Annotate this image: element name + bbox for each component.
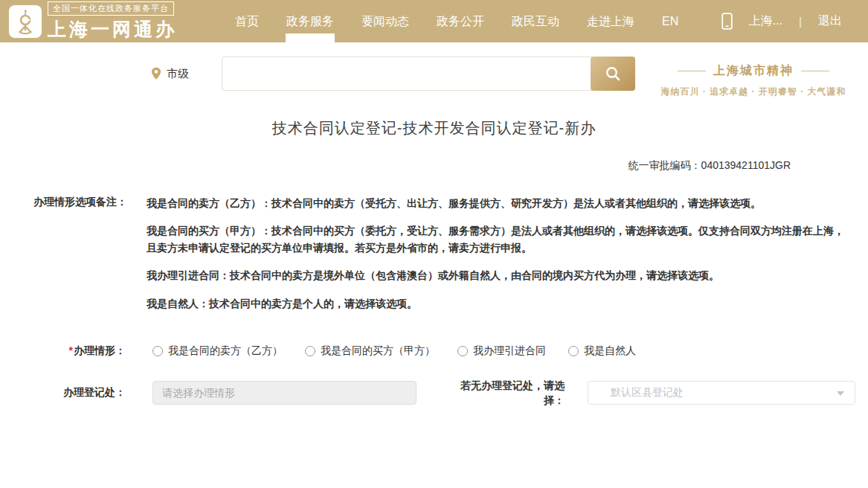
nav-item-label: 政务公开 xyxy=(437,15,484,28)
page-title: 技术合同认定登记-技术开发合同认定登记-新办 xyxy=(0,118,868,138)
nav-item[interactable]: 首页 xyxy=(235,0,259,42)
nav-item-label: 走进上海 xyxy=(587,15,634,28)
nav-item-label: 政务服务 xyxy=(286,15,334,28)
city-spirit: 上海城市精神 海纳百川 · 追求卓越 · 开明睿智 · 大气谦和 xyxy=(652,63,855,98)
note-paragraph: 我是合同的卖方（乙方）：技术合同中的卖方（受托方、出让方、服务提供方、研究开发方… xyxy=(147,195,853,211)
situation-row: *办理情形： 我是合同的卖方（乙方） 我是合同的买方（甲方） 我办理引进合同 我… xyxy=(0,344,868,358)
fallback-dropdown[interactable]: 默认区县登记处 xyxy=(588,381,855,405)
search-icon xyxy=(605,65,621,82)
chevron-down-icon xyxy=(837,391,844,396)
approval-code-line: 统一审批编码：040139421101JGR xyxy=(0,159,868,173)
location-pin-icon xyxy=(151,67,161,80)
nav-item[interactable]: EN xyxy=(662,0,678,42)
approval-code-value: 040139421101JGR xyxy=(701,159,791,171)
logout-link[interactable]: 退出 xyxy=(818,13,842,29)
radio-button-icon[interactable] xyxy=(305,346,315,356)
header: 全国一体化在线政务服务平台 上海一网通办 首页 政务服务 要闻动态 政务公开 政… xyxy=(0,0,868,42)
nav-item[interactable]: 政务公开 xyxy=(437,0,484,42)
logo-brand: 上海一网通办 xyxy=(48,17,177,42)
site-logo[interactable]: 全国一体化在线政务服务平台 上海一网通办 xyxy=(9,1,177,42)
nav-item[interactable]: 走进上海 xyxy=(587,0,634,42)
approval-code-label: 统一审批编码： xyxy=(629,159,701,171)
fallback-label: 若无办理登记处，请选择： xyxy=(456,378,565,408)
logo-icon xyxy=(9,5,42,38)
search-input[interactable] xyxy=(222,57,592,91)
mobile-phone-icon[interactable] xyxy=(721,13,733,30)
nav-item[interactable]: 政民互动 xyxy=(512,0,559,42)
radio-option[interactable]: 我是合同的卖方（乙方） xyxy=(152,344,283,358)
nav-item[interactable]: 政务服务 xyxy=(286,0,334,42)
situation-label: *办理情形： xyxy=(33,344,152,358)
radio-option[interactable]: 我是合同的买方（甲方） xyxy=(305,344,435,358)
registry-label: 办理登记处： xyxy=(33,386,152,399)
note-paragraph: 我办理引进合同：技术合同中的卖方是境外单位（包含港澳台）或外籍自然人，由合同的境… xyxy=(147,267,853,283)
radio-button-icon[interactable] xyxy=(457,346,468,356)
radio-button-icon[interactable] xyxy=(152,346,163,356)
note-paragraph: 我是自然人：技术合同中的卖方是个人的，请选择该选项。 xyxy=(147,295,853,312)
search-section: 市级 上海城市精神 海纳百川 · 追求卓越 · 开明睿智 · 大气谦和 xyxy=(0,56,868,92)
logo-badge: 全国一体化在线政务服务平台 xyxy=(48,1,174,16)
registry-row: 办理登记处： 若无办理登记处，请选择： 默认区县登记处 xyxy=(0,378,868,408)
scope-selector[interactable]: 市级 xyxy=(151,67,189,81)
radio-option-label: 我办理引进合同 xyxy=(473,344,546,358)
nav-item-label: EN xyxy=(662,15,678,28)
city-spirit-title: 上海城市精神 xyxy=(652,63,855,79)
nav-item-label: 要闻动态 xyxy=(361,15,409,28)
header-separator: | xyxy=(799,15,802,28)
logo-text: 全国一体化在线政务服务平台 上海一网通办 xyxy=(48,1,177,42)
radio-option-label: 我是合同的卖方（乙方） xyxy=(168,344,283,358)
note-paragraph: 我是合同的买方（甲方）：技术合同中的买方（委托方，受让方、服务需求方）是法人或者… xyxy=(147,222,853,256)
nav-item[interactable]: 要闻动态 xyxy=(361,0,409,42)
radio-option-label: 我是自然人 xyxy=(584,344,636,358)
city-spirit-subtitle: 海纳百川 · 追求卓越 · 开明睿智 · 大气谦和 xyxy=(652,86,855,98)
scope-label: 市级 xyxy=(167,67,189,81)
radio-option[interactable]: 我是自然人 xyxy=(568,344,636,358)
radio-button-icon[interactable] xyxy=(568,346,579,356)
search-box xyxy=(222,57,635,91)
user-name[interactable]: 上海... xyxy=(749,13,782,29)
situation-radio-group: 我是合同的卖方（乙方） 我是合同的买方（甲方） 我办理引进合同 我是自然人 xyxy=(152,344,636,358)
radio-option-label: 我是合同的买方（甲方） xyxy=(321,344,435,358)
main-nav: 首页 政务服务 要闻动态 政务公开 政民互动 走进上海 EN xyxy=(235,0,678,42)
header-right: 上海... | 退出 xyxy=(721,13,842,30)
notes-body: 我是合同的卖方（乙方）：技术合同中的卖方（受托方、出让方、服务提供方、研究开发方… xyxy=(147,195,853,323)
required-mark: * xyxy=(69,344,73,356)
nav-item-label: 政民互动 xyxy=(512,15,559,28)
search-button[interactable] xyxy=(591,57,635,91)
notes-label: 办理情形选项备注： xyxy=(33,195,147,323)
fallback-dropdown-value: 默认区县登记处 xyxy=(588,386,684,399)
notes-section: 办理情形选项备注： 我是合同的卖方（乙方）：技术合同中的卖方（受托方、出让方、服… xyxy=(0,195,868,323)
nav-item-label: 首页 xyxy=(235,15,259,28)
registry-input[interactable] xyxy=(152,381,417,405)
radio-option[interactable]: 我办理引进合同 xyxy=(457,344,546,358)
